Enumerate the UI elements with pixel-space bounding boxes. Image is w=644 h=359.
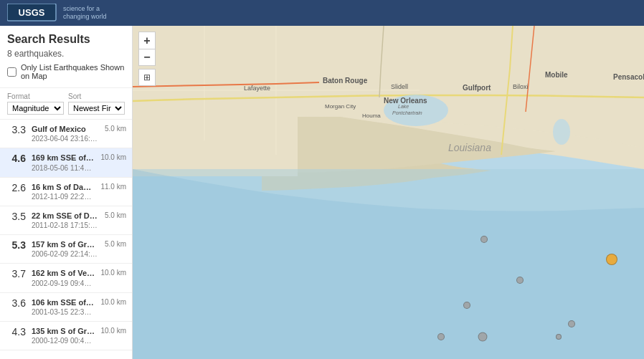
earthquake-title: 106 km SSE of Venice, Louisi...	[32, 297, 95, 307]
earthquake-title: 16 km S of Dauphin Island, Al...	[32, 182, 95, 192]
earthquake-list: 3.3 Gulf of Mexico 2023-06-04 23:16:14 (…	[0, 120, 132, 359]
svg-text:USGS: USGS	[19, 7, 45, 18]
svg-point-7	[553, 119, 570, 145]
only-list-text: Only List Earthquakes Shown on Map	[21, 63, 125, 80]
map-background: Lafayette Baton Rouge Slidell New Orlean…	[133, 26, 644, 359]
earthquake-magnitude: 3.6	[6, 297, 26, 317]
earthquake-depth: 10.0 km	[100, 153, 126, 172]
earthquake-info: 16 km S of Dauphin Island, Al... 2012-11…	[32, 182, 95, 201]
earthquake-depth: 5.0 km	[105, 239, 126, 259]
only-list-checkbox-label[interactable]: Only List Earthquakes Shown on Map	[7, 63, 125, 80]
earthquake-date: 2000-12-09 00:46:09 (UTC-0...	[32, 336, 95, 345]
earthquake-map-dot[interactable]	[463, 302, 470, 309]
earthquake-list-item[interactable]: 3.5 22 km SSE of Dauphin Island,... 2011…	[0, 206, 132, 235]
filter-row: Format Magnitude Distance Date Sort Newe…	[0, 88, 132, 120]
earthquake-list-item[interactable]: 4.3 135 km S of Grand Isle, Louisi... 20…	[0, 322, 132, 350]
sort-label: Sort	[68, 92, 125, 100]
earthquake-magnitude: 2.6	[6, 182, 26, 201]
layers-button[interactable]: ⊞	[138, 69, 156, 86]
svg-text:Pensacola: Pensacola	[613, 73, 644, 81]
format-label: Format	[7, 92, 64, 100]
earthquake-magnitude: 4.6	[6, 153, 26, 172]
svg-text:Biloxi: Biloxi	[513, 83, 529, 90]
earthquake-list-item[interactable]: 2.6 16 km S of Dauphin Island, Al... 201…	[0, 178, 132, 206]
svg-text:Morgan City: Morgan City	[325, 103, 356, 110]
only-list-checkbox[interactable]	[7, 67, 16, 77]
earthquake-depth: 5.0 km	[105, 124, 126, 143]
earthquake-list-item[interactable]: 3.7 162 km S of Venice, Louisiana 2002-0…	[0, 264, 132, 292]
usgs-logo: USGS science for achanging world	[7, 4, 107, 22]
earthquake-map-dot[interactable]	[516, 277, 524, 284]
earthquake-info: 106 km SSE of Venice, Louisi... 2001-03-…	[32, 297, 95, 317]
earthquake-info: 157 km S of Grand Isle, Louisi... 2006-0…	[32, 239, 99, 259]
earthquake-info: Gulf of Mexico 2023-06-04 23:16:14 (UTC-…	[32, 124, 99, 143]
app-header: USGS science for achanging world	[0, 0, 644, 26]
earthquake-title: Gulf of Mexico	[32, 124, 99, 134]
earthquake-magnitude: 4.3	[6, 326, 26, 345]
earthquake-magnitude: 3.5	[6, 211, 26, 230]
earthquake-magnitude: 3.7	[6, 268, 26, 287]
earthquake-info: 162 km S of Venice, Louisiana 2002-09-19…	[32, 268, 95, 287]
svg-text:Slidell: Slidell	[391, 83, 408, 90]
earthquake-date: 2002-09-19 09:44:36 (UTC-0...	[32, 279, 95, 288]
format-filter-group: Format Magnitude Distance Date	[7, 92, 64, 115]
usgs-logo-svg: USGS	[7, 4, 57, 22]
usgs-tagline: science for achanging world	[63, 5, 107, 21]
earthquake-title: 157 km S of Grand Isle, Louisi...	[32, 239, 99, 249]
sort-select[interactable]: Newest First Oldest First Largest First …	[68, 102, 125, 115]
earthquake-date: 2023-06-04 23:16:14 (UTC-05...	[32, 134, 99, 143]
earthquake-depth: 5.0 km	[105, 211, 126, 230]
earthquake-title: 162 km S of Venice, Louisiana	[32, 268, 95, 278]
main-layout: Search Results 8 earthquakes. Only List …	[0, 26, 644, 359]
earthquake-map-dot[interactable]	[556, 334, 562, 340]
earthquake-list-item[interactable]: 5.3 157 km S of Grand Isle, Louisi... 20…	[0, 235, 132, 264]
earthquake-date: 2006-02-09 22:14:22 (UTC-06...	[32, 249, 99, 259]
map-container[interactable]: Lafayette Baton Rouge Slidell New Orlean…	[133, 26, 644, 359]
earthquake-map-dot[interactable]	[568, 320, 575, 327]
sidebar-header: Search Results 8 earthquakes. Only List …	[0, 26, 132, 88]
earthquake-date: 2001-03-15 22:39:07 (UTC-0...	[32, 307, 95, 317]
sidebar-title: Search Results	[7, 33, 125, 46]
earthquake-info: 169 km SSE of Venice, Louisi... 2018-05-…	[32, 153, 95, 172]
earthquake-depth: 10.0 km	[100, 326, 126, 345]
earthquake-title: 169 km SSE of Venice, Louisi...	[32, 153, 95, 163]
earthquake-date: 2011-02-18 17:15:31 (UTC-06...	[32, 221, 99, 230]
svg-text:Pontchartrain: Pontchartrain	[392, 110, 422, 115]
earthquake-list-item[interactable]: 4.6 169 km SSE of Venice, Louisi... 2018…	[0, 148, 132, 177]
sidebar: Search Results 8 earthquakes. Only List …	[0, 26, 133, 359]
zoom-in-button[interactable]: +	[138, 32, 156, 49]
svg-text:Mobile: Mobile	[545, 71, 568, 79]
earthquake-map-dot[interactable]	[480, 236, 488, 243]
earthquake-depth: 11.0 km	[100, 182, 126, 201]
earthquake-map-dot[interactable]	[478, 332, 488, 342]
earthquake-list-item[interactable]: 3.6 106 km SSE of Venice, Louisi... 2001…	[0, 293, 132, 322]
svg-text:Louisiana: Louisiana	[448, 142, 491, 153]
earthquake-map-dot[interactable]	[437, 333, 445, 340]
earthquake-info: 22 km SSE of Dauphin Island,... 2011-02-…	[32, 211, 99, 230]
svg-text:Lake: Lake	[398, 104, 409, 109]
earthquake-title: 22 km SSE of Dauphin Island,...	[32, 211, 99, 221]
earthquake-info: 135 km S of Grand Isle, Louisi... 2000-1…	[32, 326, 95, 345]
earthquake-date: 2012-11-09 22:24:13 (UTC-6...	[32, 192, 95, 201]
svg-text:Lafayette: Lafayette	[244, 85, 270, 92]
format-select[interactable]: Magnitude Distance Date	[7, 102, 64, 115]
earthquake-depth: 10.0 km	[100, 297, 126, 317]
sidebar-count: 8 earthquakes.	[7, 49, 125, 59]
earthquake-date: 2018-05-06 11:47:09 (UTC-0...	[32, 163, 95, 173]
svg-text:Baton Rouge: Baton Rouge	[323, 77, 368, 85]
sort-filter-group: Sort Newest First Oldest First Largest F…	[68, 92, 125, 115]
svg-text:Houma: Houma	[362, 113, 381, 119]
earthquake-magnitude: 5.3	[6, 239, 26, 259]
earthquake-list-item[interactable]: 3.3 Gulf of Mexico 2023-06-04 23:16:14 (…	[0, 120, 132, 148]
svg-text:Gulfport: Gulfport	[463, 84, 491, 92]
zoom-out-button[interactable]: −	[138, 49, 156, 66]
earthquake-magnitude: 3.3	[6, 124, 26, 143]
map-controls: + − ⊞	[138, 32, 156, 86]
earthquake-depth: 10.0 km	[100, 268, 126, 287]
earthquake-title: 135 km S of Grand Isle, Louisi...	[32, 326, 95, 336]
earthquake-map-dot[interactable]	[606, 254, 617, 265]
